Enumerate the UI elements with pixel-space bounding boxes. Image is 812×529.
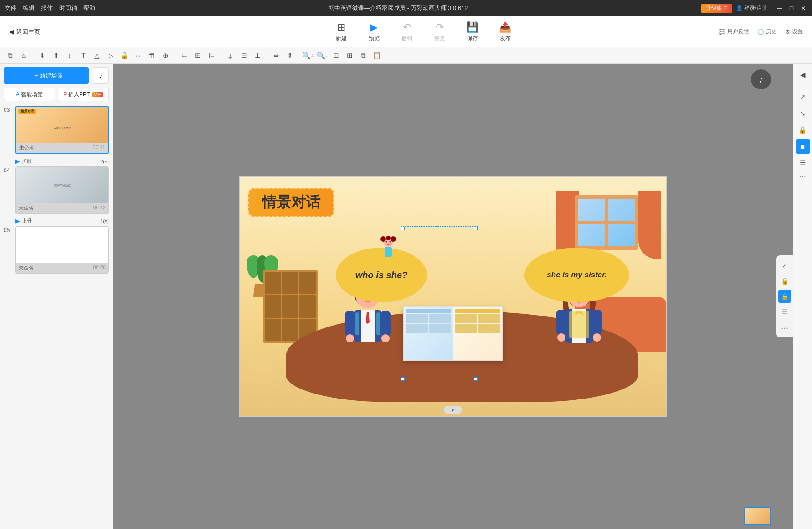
- grid-tool[interactable]: ⊞: [343, 49, 356, 62]
- align-up-tool[interactable]: ⬆: [50, 49, 62, 62]
- right-compress-icon[interactable]: ⤡: [796, 106, 810, 121]
- maximize-button[interactable]: □: [787, 4, 796, 12]
- svg-point-21: [346, 334, 354, 342]
- canvas-area: 情景对话: [113, 64, 793, 529]
- scene-number-04: 04: [4, 166, 13, 174]
- sep1: [33, 52, 33, 60]
- right-list2-icon[interactable]: ☰: [796, 156, 810, 170]
- align-down-tool[interactable]: ⬇: [36, 49, 49, 62]
- scene-item-05[interactable]: 05 未命名 00:26: [4, 226, 109, 274]
- feedback-button[interactable]: 💬 用户反馈: [719, 28, 749, 36]
- canvas-lock-button[interactable]: 🔒: [778, 275, 791, 287]
- toolbar-left: ◀ 返回主页: [9, 28, 128, 36]
- copy2-tool[interactable]: ⊕: [159, 49, 172, 62]
- canvas-collapse-button[interactable]: ▼: [444, 406, 462, 414]
- undo-button[interactable]: ↶ 撤销: [396, 21, 418, 42]
- feedback-icon: 💬: [719, 29, 725, 35]
- upgrade-button[interactable]: 升级账户: [701, 4, 732, 13]
- expand-duration: 2(s): [100, 159, 109, 164]
- redo-button[interactable]: ↷ 恢复: [429, 21, 451, 42]
- fit-tool[interactable]: ⊡: [329, 49, 342, 62]
- right-more-icon[interactable]: ···: [799, 172, 806, 182]
- scene-item-03[interactable]: 03 情景对话 who is she? 未命名: [4, 106, 109, 154]
- canvas-list-button[interactable]: ☰: [778, 306, 791, 318]
- scene-thumb-05[interactable]: 未命名 00:26: [15, 226, 109, 274]
- save-button[interactable]: 💾 保存: [462, 21, 483, 42]
- rise-label: 上升: [22, 218, 32, 224]
- lock-tool[interactable]: 🔒: [118, 49, 131, 62]
- scene-preview-04: 文字内容预览: [16, 167, 108, 203]
- menu-help[interactable]: 帮助: [83, 4, 95, 12]
- svg-point-41: [557, 333, 565, 342]
- user-login-button[interactable]: 👤 登录/注册: [736, 5, 767, 12]
- copy3-tool[interactable]: ⧉: [357, 49, 370, 62]
- zoom-out-tool[interactable]: 🔍-: [316, 49, 329, 62]
- menu-timeline[interactable]: 时间轴: [59, 4, 77, 12]
- close-button[interactable]: ✕: [799, 4, 807, 12]
- canvas-stage[interactable]: 情景对话: [239, 176, 667, 417]
- menu-operate[interactable]: 操作: [41, 4, 53, 12]
- main-toolbar: ◀ 返回主页 ⊞ 新建 ▶ 预览 ↶ 撤销 ↷ 恢复 💾 保存 📤 发布: [0, 16, 812, 47]
- vip-badge: VIP: [92, 92, 103, 97]
- titlebar: 文件 编辑 操作 时间轴 帮助 初中英语微课—介绍家庭成员 - 万彩动画大师 3…: [0, 0, 812, 16]
- scene-thumb-03[interactable]: 情景对话 who is she? 未命名 00:11: [15, 106, 109, 154]
- align-shape-tool[interactable]: △: [91, 49, 103, 62]
- canvas-lock2-button[interactable]: 🔒: [778, 290, 791, 303]
- align-top-tool[interactable]: ⊤: [77, 49, 90, 62]
- scene-number-05: 05: [4, 226, 13, 233]
- canvas-more-button[interactable]: ···: [778, 321, 791, 334]
- copy-tool[interactable]: ⧉: [4, 49, 16, 62]
- align-right-tool[interactable]: ▷: [104, 49, 117, 62]
- right-lock-icon[interactable]: 🔒: [796, 123, 810, 137]
- distribute-v[interactable]: ⇕: [283, 49, 296, 62]
- undo-icon: ↶: [403, 21, 411, 33]
- distribute-h[interactable]: ⇔: [270, 49, 283, 62]
- sep4: [267, 52, 267, 60]
- align-top-edge[interactable]: ⍊: [224, 49, 236, 62]
- align-center-v[interactable]: ⊟: [237, 49, 250, 62]
- rise-duration: 1(s): [100, 218, 109, 224]
- align-center-h[interactable]: ⊞: [191, 49, 204, 62]
- right-sep1: [797, 86, 809, 86]
- align-left-edge[interactable]: ⊨: [178, 49, 190, 62]
- svg-rect-39: [556, 310, 566, 335]
- window: [575, 195, 638, 250]
- app-title: 初中英语微课—介绍家庭成员 - 万彩动画大师 3.0.612: [95, 4, 701, 12]
- delete-tool[interactable]: 🗑: [145, 49, 158, 62]
- menu-edit[interactable]: 编辑: [23, 4, 35, 12]
- align-v-tool[interactable]: ↕: [63, 49, 76, 62]
- svg-rect-40: [592, 310, 602, 335]
- sep2: [175, 52, 175, 60]
- right-fullscreen-icon[interactable]: ⤢: [796, 90, 810, 104]
- new-button[interactable]: ⊞ 新建: [330, 21, 352, 42]
- back-home-button[interactable]: ◀ 返回主页: [9, 28, 40, 36]
- minimize-button[interactable]: ─: [776, 4, 784, 12]
- settings-button[interactable]: ⚙ 设置: [785, 28, 803, 36]
- right-active-icon[interactable]: ■: [796, 139, 810, 154]
- save-icon: 💾: [466, 21, 478, 33]
- publish-button[interactable]: 📤 发布: [494, 21, 516, 42]
- ai-scene-button[interactable]: A 智能场景: [4, 88, 55, 101]
- canvas-thumbnail[interactable]: [744, 507, 771, 525]
- flip-tool[interactable]: ↔: [132, 49, 144, 62]
- paste-tool[interactable]: 📋: [370, 49, 383, 62]
- scene-thumb-04[interactable]: 文字内容预览 未命名 00:12: [15, 166, 109, 214]
- shelf-8: [282, 319, 298, 341]
- right-expand-icon[interactable]: ◀: [796, 67, 810, 82]
- scene-item-04[interactable]: 04 文字内容预览 未命名 00:12: [4, 166, 109, 214]
- menu-file[interactable]: 文件: [5, 4, 16, 12]
- small-girl-character: [377, 236, 400, 268]
- new-scene-button[interactable]: + + 新建场景: [4, 67, 89, 84]
- align-bottom-edge[interactable]: ⊥: [251, 49, 264, 62]
- zoom-in-tool[interactable]: 🔍+: [302, 49, 315, 62]
- canvas-music-button[interactable]: ♪: [751, 69, 771, 89]
- preview-button[interactable]: ▶ 预览: [363, 21, 385, 42]
- music-note-icon2: ♪: [759, 74, 763, 85]
- align-right-edge[interactable]: ⊫: [205, 49, 218, 62]
- music-button[interactable]: ♪: [93, 67, 109, 84]
- history-button[interactable]: 🕐 历史: [757, 28, 777, 36]
- canvas-expand-button[interactable]: ⤢: [778, 259, 791, 272]
- home-tool[interactable]: ⌂: [17, 49, 30, 62]
- scene-meta-03: 未命名 00:11: [16, 143, 108, 153]
- ppt-button[interactable]: P 插入PPT VIP: [58, 88, 109, 101]
